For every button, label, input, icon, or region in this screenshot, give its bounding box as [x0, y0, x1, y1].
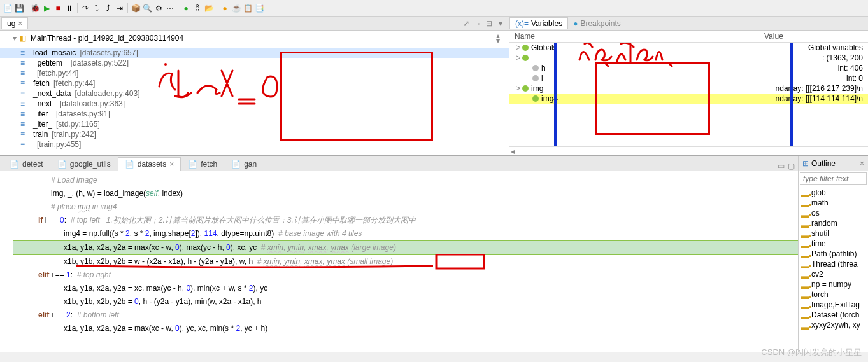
toolbar-btn[interactable]: 📑: [254, 3, 264, 13]
outline-item[interactable]: ▬▪torch: [801, 289, 865, 300]
debug-tab[interactable]: ug ×: [1, 17, 28, 29]
stack-frame[interactable]: ≡fetch [fetch.py:44]: [0, 78, 509, 88]
outline-item[interactable]: ▬▪cv2: [801, 269, 865, 279]
col-value: Value: [764, 32, 868, 41]
toolbar-btn[interactable]: ⤵: [92, 3, 102, 13]
import-icon: ▬▪: [801, 323, 809, 328]
outline-item[interactable]: ▬▪time: [801, 239, 865, 249]
stack-frame[interactable]: ≡ [fetch.py:44]: [0, 68, 509, 78]
stack-frame[interactable]: ≡load_mosaic [datasets.py:657]: [0, 48, 509, 58]
variable-row[interactable]: img4ndarray: [[[114 114 114]\n: [509, 94, 868, 104]
toolbar-btn[interactable]: ■: [53, 3, 63, 13]
toolbar-icon[interactable]: ⊟: [485, 19, 494, 28]
editor-tab[interactable]: 📄gan: [224, 157, 264, 171]
outline-item[interactable]: ▬▪math: [801, 198, 865, 208]
variable-row[interactable]: >: (1363, 200: [509, 53, 868, 63]
outline-label: time: [811, 239, 826, 248]
minimize-icon[interactable]: ▭: [776, 162, 785, 171]
close-icon[interactable]: ×: [18, 19, 22, 28]
close-icon[interactable]: ×: [860, 159, 864, 168]
outline-item[interactable]: ▬▪glob: [801, 188, 865, 198]
var-value: ndarray: [[[114 114 114]\n: [776, 94, 868, 103]
stack-frame[interactable]: ≡_next_ [dataloader.py:363]: [0, 99, 509, 109]
outline-item[interactable]: ▬▪random: [801, 218, 865, 228]
editor-tab[interactable]: 📄datasets×: [118, 157, 181, 171]
toolbar-btn[interactable]: ⏸: [64, 3, 75, 13]
stack-frame[interactable]: ≡_iter_ [std.py:1165]: [0, 119, 509, 129]
variable-row[interactable]: >imgndarray: [[[216 217 239]\n: [509, 83, 868, 94]
stack-frame[interactable]: ≡_getitem_ [datasets.py:522]: [0, 58, 509, 68]
outline-filter-input[interactable]: [800, 172, 867, 185]
toolbar-btn[interactable]: ▶: [41, 3, 52, 13]
maximize-icon[interactable]: ▢: [786, 162, 795, 171]
frame-location: [dataloader.py:403]: [75, 89, 139, 98]
frame-icon: ≡: [20, 109, 29, 118]
var-dot-icon: [532, 95, 539, 102]
toolbar-btn[interactable]: ●: [181, 3, 191, 13]
toolbar-btn[interactable]: 🐞: [30, 3, 40, 13]
outline-tab[interactable]: ⊞ Outline ×: [799, 156, 868, 171]
expand-icon[interactable]: >: [515, 53, 522, 62]
editor-tab[interactable]: 📄fetch: [181, 157, 224, 171]
variables-label: Variables: [531, 19, 562, 28]
outline-item[interactable]: ▬▪os: [801, 208, 865, 218]
import-icon: ▬▪: [801, 221, 809, 226]
toolbar-btn[interactable]: 📂: [204, 3, 214, 13]
breakpoints-tab[interactable]: ● Breakpoints: [568, 18, 626, 29]
stack-frame[interactable]: ≡_next_data [dataloader.py:403]: [0, 88, 509, 99]
toolbar-btn[interactable]: 📋: [243, 3, 253, 13]
outline-item[interactable]: ▬▪xyxy2xywh, xy: [801, 320, 865, 330]
toolbar-btn[interactable]: ⇥: [115, 3, 125, 13]
outline-item[interactable]: ▬▪Dataset (torch: [801, 310, 865, 320]
outline-item[interactable]: ▬▪np = numpy: [801, 279, 865, 289]
editor-body[interactable]: # Load image img, _, (h, w) = load_image…: [0, 171, 798, 352]
python-file-icon: 📄: [188, 160, 197, 169]
var-name: i: [541, 74, 543, 83]
toolbar-btn[interactable]: ⋯: [165, 3, 175, 13]
toolbar-btn[interactable]: 📄: [3, 3, 13, 13]
editor-panel: 📄detect📄google_utils📄datasets×📄fetch📄gan…: [0, 156, 798, 352]
toolbar-btn[interactable]: ☕: [231, 3, 241, 13]
toolbar-icon[interactable]: ▾: [496, 19, 505, 28]
tab-label: datasets: [138, 160, 166, 169]
variable-row[interactable]: hint: 406: [509, 63, 868, 73]
stack-frame[interactable]: ≡train [train.py:242]: [0, 129, 509, 139]
editor-tab[interactable]: 📄detect: [3, 157, 50, 171]
thread-row[interactable]: ▾ ◧ MainThread - pid_14992_id_2093803114…: [0, 31, 509, 46]
outline-item[interactable]: ▬▪Image,ExifTag: [801, 300, 865, 310]
toolbar-btn[interactable]: 🛢: [192, 3, 203, 13]
stack-frame[interactable]: ≡_iter_ [datasets.py:91]: [0, 109, 509, 119]
hscroll[interactable]: ◂: [509, 146, 868, 155]
python-file-icon: 📄: [125, 160, 134, 169]
toolbar-btn[interactable]: ↷: [80, 3, 90, 13]
frame-name: _iter_: [33, 109, 52, 118]
outline-label: np = numpy: [811, 280, 851, 289]
toolbar-btn[interactable]: 💾: [14, 3, 24, 13]
toolbar-btn[interactable]: ⤴: [103, 3, 113, 13]
toolbar-btn[interactable]: 🔍: [142, 3, 152, 13]
toolbar-btn[interactable]: ⚙: [153, 3, 164, 13]
variable-row[interactable]: >GlobalsGlobal variables: [509, 43, 868, 53]
toolbar-btn[interactable]: ●: [220, 3, 230, 13]
toolbar-btn[interactable]: 📦: [131, 3, 141, 13]
variable-row[interactable]: iint: 0: [509, 73, 868, 83]
var-value: int: 406: [838, 64, 868, 73]
variables-tab[interactable]: (x)= Variables: [509, 17, 568, 29]
editor-tab[interactable]: 📄google_utils: [50, 157, 118, 171]
outline-item[interactable]: ▬▪Thread (threa: [801, 259, 865, 269]
scroll-left-icon[interactable]: ◂: [511, 147, 515, 156]
outline-icon: ⊞: [802, 159, 809, 168]
outline-item[interactable]: ▬▪shutil: [801, 228, 865, 239]
toolbar-icon[interactable]: →: [473, 19, 482, 28]
frame-location: [dataloader.py:363]: [60, 99, 125, 108]
tab-label: fetch: [201, 160, 217, 169]
stack-frame[interactable]: ≡ [train.py:455]: [0, 139, 509, 150]
close-icon[interactable]: ×: [169, 160, 174, 169]
outline-item[interactable]: ▬▪Path (pathlib): [801, 249, 865, 259]
chevron-down-icon[interactable]: ▾: [13, 34, 17, 43]
expand-icon[interactable]: >: [515, 43, 522, 52]
frame-icon: ≡: [20, 59, 29, 67]
nav-arrows[interactable]: ▴▾: [496, 33, 504, 43]
toolbar-icon[interactable]: ⤢: [462, 19, 471, 28]
expand-icon[interactable]: >: [515, 84, 522, 93]
